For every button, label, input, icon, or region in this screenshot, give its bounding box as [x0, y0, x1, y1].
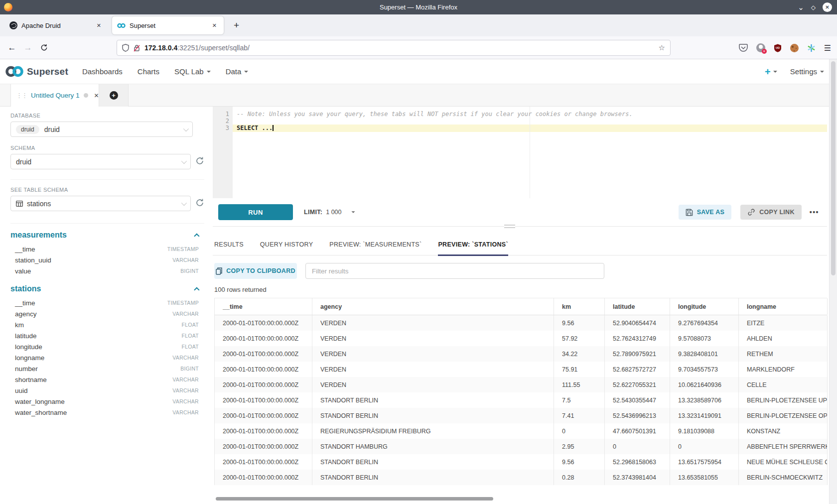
- copy-link-button[interactable]: COPY LINK: [740, 205, 802, 220]
- cell-latitude: 52.9040654474: [605, 315, 670, 331]
- schema-select[interactable]: druid: [10, 154, 191, 169]
- query-tab-close-icon[interactable]: ✕: [94, 92, 99, 99]
- tab-preview-measurements[interactable]: PREVIEW: `MEASUREMENTS`: [329, 241, 421, 256]
- table-row[interactable]: 2000-01-01T00:00:00.000Z VERDEN 34.22 52…: [215, 346, 827, 362]
- page-scrollbar-thumb[interactable]: [831, 61, 836, 275]
- nav-charts[interactable]: Charts: [138, 67, 159, 76]
- chevron-down-icon: [773, 71, 777, 73]
- copy-to-clipboard-button[interactable]: COPY TO CLIPBOARD: [214, 263, 297, 279]
- table-row[interactable]: 2000-01-01T00:00:00.000Z STANDORT BERLIN…: [215, 470, 827, 485]
- table-row[interactable]: 2000-01-01T00:00:00.000Z VERDEN 57.92 52…: [215, 331, 827, 346]
- cell-longname: NEUE MÜHLE SCHLEUSE OP: [739, 454, 828, 470]
- column-header[interactable]: __time: [215, 298, 312, 315]
- cell-km: 75.91: [554, 362, 605, 377]
- bookmark-star-icon[interactable]: ☆: [659, 43, 665, 52]
- table-row[interactable]: 2000-01-01T00:00:00.000Z REGIERUNGSPRÄSI…: [215, 423, 827, 439]
- column-header[interactable]: agency: [312, 298, 554, 315]
- column-header[interactable]: km: [554, 298, 605, 315]
- tab-close-icon[interactable]: ✕: [210, 21, 219, 30]
- tab-query-history[interactable]: QUERY HISTORY: [260, 241, 313, 256]
- cookie-icon[interactable]: [790, 44, 799, 52]
- window-minimize-icon[interactable]: ⌄: [798, 5, 804, 10]
- more-options-icon[interactable]: •••: [810, 208, 819, 216]
- nav-dashboards[interactable]: Dashboards: [82, 67, 123, 76]
- column-header[interactable]: longname: [739, 298, 828, 315]
- column-row: water_longname VARCHAR: [10, 396, 199, 407]
- link-icon: [747, 208, 755, 216]
- chevron-up-icon[interactable]: [194, 287, 199, 292]
- chevron-up-icon[interactable]: [194, 233, 199, 239]
- url-bar[interactable]: 172.18.0.4:32251/superset/sqllab/ ☆: [117, 40, 671, 56]
- pane-resize-grip[interactable]: [504, 225, 515, 228]
- drag-handle-icon[interactable]: ⋮⋮: [16, 92, 27, 99]
- column-type: TIMESTAMP: [167, 246, 199, 252]
- column-header[interactable]: longitude: [670, 298, 739, 315]
- nav-label: Dashboards: [82, 67, 123, 76]
- table-row[interactable]: 2000-01-01T00:00:00.000Z VERDEN 75.91 52…: [215, 362, 827, 377]
- chevron-down-icon: [181, 158, 187, 163]
- editor-code-area[interactable]: -- Note: Unless you save your query, the…: [233, 107, 827, 198]
- menu-icon[interactable]: ☰: [824, 43, 831, 53]
- cell-km: 2.95: [554, 439, 605, 454]
- cell-time: 2000-01-01T00:00:00.000Z: [215, 331, 312, 346]
- filter-results-input[interactable]: [305, 263, 604, 279]
- table-row[interactable]: 2000-01-01T00:00:00.000Z VERDEN 111.55 5…: [215, 377, 827, 392]
- cell-time: 2000-01-01T00:00:00.000Z: [215, 454, 312, 470]
- results-table-header[interactable]: __time agency km latitude longitude long…: [215, 298, 827, 315]
- cell-longitude: 9.7034557573: [670, 362, 739, 377]
- window-maximize-icon[interactable]: ◇: [811, 4, 816, 11]
- refresh-schema-icon[interactable]: [195, 156, 204, 165]
- column-header[interactable]: latitude: [605, 298, 670, 315]
- cell-latitude: 52.7624312749: [605, 331, 670, 346]
- refresh-table-icon[interactable]: [195, 198, 204, 207]
- limit-dropdown[interactable]: LIMIT: 1 000: [304, 209, 355, 216]
- cell-latitude: 52.6827572727: [605, 362, 670, 377]
- browser-tab-apache-druid[interactable]: Apache Druid ✕: [4, 16, 108, 34]
- save-as-button[interactable]: SAVE AS: [679, 205, 732, 220]
- new-tab-button[interactable]: +: [231, 20, 242, 31]
- ublock-icon[interactable]: UO: [774, 44, 782, 52]
- page-scrollbar[interactable]: [829, 59, 837, 504]
- settings-menu[interactable]: Settings: [790, 67, 824, 76]
- query-tab-untitled[interactable]: ⋮⋮ Untitled Query 1 ✕: [10, 84, 99, 107]
- tab-preview-stations[interactable]: PREVIEW: `STATIONS`: [438, 241, 508, 256]
- table-select[interactable]: stations: [10, 196, 191, 211]
- new-item-button[interactable]: +: [765, 67, 777, 76]
- table-row[interactable]: 2000-01-01T00:00:00.000Z STANDORT BERLIN…: [215, 454, 827, 470]
- new-query-tab-button[interactable]: +: [99, 84, 129, 107]
- table-row[interactable]: 2000-01-01T00:00:00.000Z STANDORT BERLIN…: [215, 392, 827, 408]
- forward-button[interactable]: →: [20, 43, 36, 53]
- nav-data[interactable]: Data: [226, 67, 249, 76]
- druid-favicon: [9, 21, 17, 29]
- column-row: __time TIMESTAMP: [10, 297, 199, 308]
- cell-latitude: 52.5430355447: [605, 392, 670, 408]
- browser-tab-label: Superset: [130, 22, 210, 29]
- tab-close-icon[interactable]: ✕: [95, 21, 103, 30]
- table-section-measurements[interactable]: measurements: [10, 231, 200, 240]
- run-button[interactable]: RUN: [218, 204, 293, 220]
- column-row: station_uuid VARCHAR: [10, 254, 199, 265]
- pocket-icon[interactable]: [739, 44, 748, 52]
- cell-longname: RETHEM: [739, 346, 828, 362]
- tab-results[interactable]: RESULTS: [214, 241, 244, 256]
- back-button[interactable]: ←: [4, 43, 20, 53]
- nav-sql-lab[interactable]: SQL Lab: [174, 67, 211, 76]
- unsaved-status-dot: [84, 93, 88, 98]
- cell-agency: VERDEN: [312, 362, 554, 377]
- database-label: DATABASE: [10, 113, 204, 119]
- table-row[interactable]: 2000-01-01T00:00:00.000Z VERDEN 9.56 52.…: [215, 315, 827, 331]
- reload-button[interactable]: [36, 44, 52, 51]
- account-shield-icon[interactable]: [756, 43, 765, 52]
- extension-asterisk-icon[interactable]: [807, 44, 816, 52]
- table-row[interactable]: 2000-01-01T00:00:00.000Z STANDORT HAMBUR…: [215, 439, 827, 454]
- sql-editor[interactable]: 1 2 3 -- Note: Unless you save your quer…: [213, 107, 827, 198]
- browser-tab-superset[interactable]: Superset ✕: [112, 16, 224, 34]
- chevron-down-icon: [820, 71, 824, 73]
- window-close-icon[interactable]: ✕: [823, 2, 832, 12]
- horizontal-scrollbar[interactable]: [216, 497, 493, 501]
- superset-logo[interactable]: Superset: [5, 66, 68, 77]
- database-select[interactable]: druid druid: [10, 122, 193, 137]
- table-section-stations[interactable]: stations: [10, 284, 200, 293]
- table-row[interactable]: 2000-01-01T00:00:00.000Z STANDORT BERLIN…: [215, 408, 827, 423]
- column-type: FLOAT: [181, 322, 199, 328]
